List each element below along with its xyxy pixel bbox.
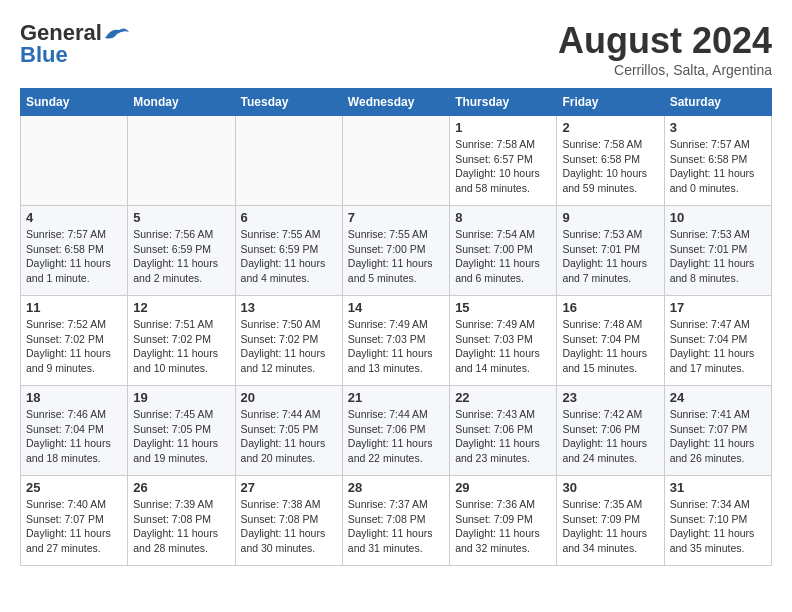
day-number: 12: [133, 300, 229, 315]
day-number: 8: [455, 210, 551, 225]
calendar-table: SundayMondayTuesdayWednesdayThursdayFrid…: [20, 88, 772, 566]
calendar-cell: 5Sunrise: 7:56 AMSunset: 6:59 PMDaylight…: [128, 206, 235, 296]
calendar-cell: 20Sunrise: 7:44 AMSunset: 7:05 PMDayligh…: [235, 386, 342, 476]
logo-bird-icon: [103, 24, 131, 44]
calendar-cell: 27Sunrise: 7:38 AMSunset: 7:08 PMDayligh…: [235, 476, 342, 566]
day-info: Sunrise: 7:36 AMSunset: 7:09 PMDaylight:…: [455, 497, 551, 556]
day-of-week-header: Sunday: [21, 89, 128, 116]
day-info: Sunrise: 7:48 AMSunset: 7:04 PMDaylight:…: [562, 317, 658, 376]
day-of-week-header: Friday: [557, 89, 664, 116]
calendar-cell: 25Sunrise: 7:40 AMSunset: 7:07 PMDayligh…: [21, 476, 128, 566]
day-number: 7: [348, 210, 444, 225]
calendar-cell: [128, 116, 235, 206]
day-number: 18: [26, 390, 122, 405]
calendar-cell: 17Sunrise: 7:47 AMSunset: 7:04 PMDayligh…: [664, 296, 771, 386]
title-section: August 2024 Cerrillos, Salta, Argentina: [558, 20, 772, 78]
day-number: 23: [562, 390, 658, 405]
day-info: Sunrise: 7:41 AMSunset: 7:07 PMDaylight:…: [670, 407, 766, 466]
calendar-cell: 8Sunrise: 7:54 AMSunset: 7:00 PMDaylight…: [450, 206, 557, 296]
calendar-cell: 3Sunrise: 7:57 AMSunset: 6:58 PMDaylight…: [664, 116, 771, 206]
day-number: 28: [348, 480, 444, 495]
day-of-week-header: Wednesday: [342, 89, 449, 116]
day-info: Sunrise: 7:39 AMSunset: 7:08 PMDaylight:…: [133, 497, 229, 556]
calendar-cell: 9Sunrise: 7:53 AMSunset: 7:01 PMDaylight…: [557, 206, 664, 296]
calendar-cell: 19Sunrise: 7:45 AMSunset: 7:05 PMDayligh…: [128, 386, 235, 476]
calendar-cell: 2Sunrise: 7:58 AMSunset: 6:58 PMDaylight…: [557, 116, 664, 206]
day-info: Sunrise: 7:34 AMSunset: 7:10 PMDaylight:…: [670, 497, 766, 556]
day-info: Sunrise: 7:44 AMSunset: 7:05 PMDaylight:…: [241, 407, 337, 466]
calendar-cell: 12Sunrise: 7:51 AMSunset: 7:02 PMDayligh…: [128, 296, 235, 386]
calendar-cell: 11Sunrise: 7:52 AMSunset: 7:02 PMDayligh…: [21, 296, 128, 386]
day-info: Sunrise: 7:40 AMSunset: 7:07 PMDaylight:…: [26, 497, 122, 556]
logo-blue-text: Blue: [20, 42, 68, 67]
day-number: 19: [133, 390, 229, 405]
day-info: Sunrise: 7:51 AMSunset: 7:02 PMDaylight:…: [133, 317, 229, 376]
day-number: 9: [562, 210, 658, 225]
day-number: 17: [670, 300, 766, 315]
calendar-cell: 31Sunrise: 7:34 AMSunset: 7:10 PMDayligh…: [664, 476, 771, 566]
day-info: Sunrise: 7:49 AMSunset: 7:03 PMDaylight:…: [348, 317, 444, 376]
day-number: 22: [455, 390, 551, 405]
day-number: 16: [562, 300, 658, 315]
day-info: Sunrise: 7:47 AMSunset: 7:04 PMDaylight:…: [670, 317, 766, 376]
day-number: 15: [455, 300, 551, 315]
calendar-cell: 22Sunrise: 7:43 AMSunset: 7:06 PMDayligh…: [450, 386, 557, 476]
calendar-cell: 24Sunrise: 7:41 AMSunset: 7:07 PMDayligh…: [664, 386, 771, 476]
subtitle: Cerrillos, Salta, Argentina: [558, 62, 772, 78]
day-info: Sunrise: 7:44 AMSunset: 7:06 PMDaylight:…: [348, 407, 444, 466]
calendar-cell: 30Sunrise: 7:35 AMSunset: 7:09 PMDayligh…: [557, 476, 664, 566]
day-number: 6: [241, 210, 337, 225]
day-info: Sunrise: 7:38 AMSunset: 7:08 PMDaylight:…: [241, 497, 337, 556]
day-info: Sunrise: 7:45 AMSunset: 7:05 PMDaylight:…: [133, 407, 229, 466]
day-info: Sunrise: 7:54 AMSunset: 7:00 PMDaylight:…: [455, 227, 551, 286]
day-number: 11: [26, 300, 122, 315]
day-info: Sunrise: 7:57 AMSunset: 6:58 PMDaylight:…: [670, 137, 766, 196]
calendar-cell: 28Sunrise: 7:37 AMSunset: 7:08 PMDayligh…: [342, 476, 449, 566]
calendar-cell: 6Sunrise: 7:55 AMSunset: 6:59 PMDaylight…: [235, 206, 342, 296]
calendar-cell: 15Sunrise: 7:49 AMSunset: 7:03 PMDayligh…: [450, 296, 557, 386]
calendar-cell: 13Sunrise: 7:50 AMSunset: 7:02 PMDayligh…: [235, 296, 342, 386]
day-number: 2: [562, 120, 658, 135]
calendar-cell: 21Sunrise: 7:44 AMSunset: 7:06 PMDayligh…: [342, 386, 449, 476]
day-info: Sunrise: 7:49 AMSunset: 7:03 PMDaylight:…: [455, 317, 551, 376]
calendar-cell: 18Sunrise: 7:46 AMSunset: 7:04 PMDayligh…: [21, 386, 128, 476]
calendar-cell: 23Sunrise: 7:42 AMSunset: 7:06 PMDayligh…: [557, 386, 664, 476]
day-info: Sunrise: 7:58 AMSunset: 6:58 PMDaylight:…: [562, 137, 658, 196]
day-of-week-header: Thursday: [450, 89, 557, 116]
day-number: 1: [455, 120, 551, 135]
day-number: 10: [670, 210, 766, 225]
day-number: 27: [241, 480, 337, 495]
page-header: General Blue August 2024 Cerrillos, Salt…: [20, 20, 772, 78]
day-info: Sunrise: 7:56 AMSunset: 6:59 PMDaylight:…: [133, 227, 229, 286]
day-info: Sunrise: 7:52 AMSunset: 7:02 PMDaylight:…: [26, 317, 122, 376]
day-number: 24: [670, 390, 766, 405]
day-of-week-header: Monday: [128, 89, 235, 116]
day-info: Sunrise: 7:50 AMSunset: 7:02 PMDaylight:…: [241, 317, 337, 376]
month-title: August 2024: [558, 20, 772, 62]
calendar-cell: [342, 116, 449, 206]
day-number: 5: [133, 210, 229, 225]
day-info: Sunrise: 7:53 AMSunset: 7:01 PMDaylight:…: [670, 227, 766, 286]
day-number: 25: [26, 480, 122, 495]
logo: General Blue: [20, 20, 132, 68]
day-info: Sunrise: 7:53 AMSunset: 7:01 PMDaylight:…: [562, 227, 658, 286]
day-number: 4: [26, 210, 122, 225]
day-number: 31: [670, 480, 766, 495]
calendar-cell: 1Sunrise: 7:58 AMSunset: 6:57 PMDaylight…: [450, 116, 557, 206]
day-info: Sunrise: 7:57 AMSunset: 6:58 PMDaylight:…: [26, 227, 122, 286]
day-number: 26: [133, 480, 229, 495]
day-info: Sunrise: 7:55 AMSunset: 7:00 PMDaylight:…: [348, 227, 444, 286]
day-number: 20: [241, 390, 337, 405]
calendar-cell: 10Sunrise: 7:53 AMSunset: 7:01 PMDayligh…: [664, 206, 771, 296]
day-of-week-header: Saturday: [664, 89, 771, 116]
calendar-cell: [21, 116, 128, 206]
day-info: Sunrise: 7:55 AMSunset: 6:59 PMDaylight:…: [241, 227, 337, 286]
calendar-cell: 4Sunrise: 7:57 AMSunset: 6:58 PMDaylight…: [21, 206, 128, 296]
day-number: 3: [670, 120, 766, 135]
calendar-cell: 16Sunrise: 7:48 AMSunset: 7:04 PMDayligh…: [557, 296, 664, 386]
calendar-cell: 29Sunrise: 7:36 AMSunset: 7:09 PMDayligh…: [450, 476, 557, 566]
day-info: Sunrise: 7:37 AMSunset: 7:08 PMDaylight:…: [348, 497, 444, 556]
day-info: Sunrise: 7:42 AMSunset: 7:06 PMDaylight:…: [562, 407, 658, 466]
day-number: 29: [455, 480, 551, 495]
calendar-cell: 26Sunrise: 7:39 AMSunset: 7:08 PMDayligh…: [128, 476, 235, 566]
